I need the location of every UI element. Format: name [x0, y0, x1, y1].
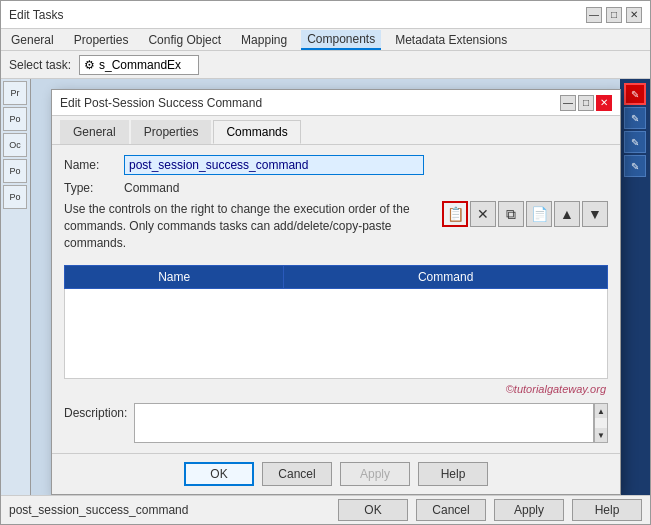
- description-textarea[interactable]: [134, 403, 594, 443]
- sidebar-icon-1[interactable]: Pr: [3, 81, 27, 105]
- table-empty-row: [65, 289, 608, 379]
- right-panel: ✎ ✎ ✎ ✎ Edit Post-Session Success Comman…: [31, 79, 650, 495]
- outer-window: Edit Tasks — □ ✕ General Properties Conf…: [0, 0, 651, 525]
- name-row: Name:: [64, 155, 608, 175]
- modal-overlay: Edit Post-Session Success Command — □ ✕ …: [31, 79, 650, 495]
- close-button[interactable]: ✕: [626, 7, 642, 23]
- tab-commands[interactable]: Commands: [213, 120, 300, 144]
- scroll-up-arrow[interactable]: ▲: [595, 404, 607, 418]
- type-row: Type: Command: [64, 181, 608, 195]
- dialog-minimize-button[interactable]: —: [560, 95, 576, 111]
- menu-general[interactable]: General: [5, 31, 60, 49]
- bottom-apply-button[interactable]: Apply: [494, 499, 564, 521]
- maximize-button[interactable]: □: [606, 7, 622, 23]
- type-label: Type:: [64, 181, 124, 195]
- dialog-actions: OK Cancel Apply Help: [52, 453, 620, 494]
- outer-titlebar: Edit Tasks — □ ✕: [1, 1, 650, 29]
- description-section: Description: ▲ ▼: [64, 403, 608, 443]
- minimize-button[interactable]: —: [586, 7, 602, 23]
- dialog-close-button[interactable]: ✕: [596, 95, 612, 111]
- dialog-maximize-button[interactable]: □: [578, 95, 594, 111]
- name-input[interactable]: [124, 155, 424, 175]
- sidebar-icon-4[interactable]: Po: [3, 159, 27, 183]
- name-label: Name:: [64, 158, 124, 172]
- bottom-status: post_session_success_command: [9, 503, 188, 517]
- bottom-buttons: OK Cancel Apply Help: [338, 499, 642, 521]
- desc-scrollbar: ▲ ▼: [594, 403, 608, 443]
- dialog-content: Name: Type: Command Use the controls on …: [52, 145, 620, 453]
- table-body: [65, 289, 608, 379]
- dialog-titlebar-controls: — □ ✕: [560, 95, 612, 111]
- bottom-cancel-button[interactable]: Cancel: [416, 499, 486, 521]
- left-sidebar: Pr Po Oc Po Po: [1, 79, 31, 495]
- dialog: Edit Post-Session Success Command — □ ✕ …: [51, 89, 621, 495]
- delete-command-btn[interactable]: ✕: [470, 201, 496, 227]
- task-value: s_CommandEx: [99, 58, 181, 72]
- cancel-button[interactable]: Cancel: [262, 462, 332, 486]
- menu-bar: General Properties Config Object Mapping…: [1, 29, 650, 51]
- sidebar-icon-3[interactable]: Oc: [3, 133, 27, 157]
- copy-command-btn[interactable]: ⧉: [498, 201, 524, 227]
- bottom-ok-button[interactable]: OK: [338, 499, 408, 521]
- watermark: ©tutorialgateway.org: [64, 379, 608, 399]
- bottom-help-button[interactable]: Help: [572, 499, 642, 521]
- desc-text: Use the controls on the right to change …: [64, 201, 434, 251]
- paste-command-btn[interactable]: 📄: [526, 201, 552, 227]
- outer-window-title: Edit Tasks: [9, 8, 63, 22]
- add-command-btn[interactable]: 📋: [442, 201, 468, 227]
- description-label: Description:: [64, 403, 134, 420]
- bottom-bar: post_session_success_command OK Cancel A…: [1, 495, 650, 524]
- select-task-combo[interactable]: ⚙ s_CommandEx: [79, 55, 199, 75]
- commands-table: Name Command: [64, 265, 608, 379]
- sidebar-icon-5[interactable]: Po: [3, 185, 27, 209]
- ok-button[interactable]: OK: [184, 462, 254, 486]
- outer-titlebar-controls: — □ ✕: [586, 7, 642, 23]
- tab-general[interactable]: General: [60, 120, 129, 144]
- col-name: Name: [65, 266, 284, 289]
- menu-components[interactable]: Components: [301, 30, 381, 50]
- col-command: Command: [284, 266, 608, 289]
- scroll-down-arrow[interactable]: ▼: [595, 428, 607, 442]
- main-area: Pr Po Oc Po Po ✎ ✎ ✎ ✎ Edit Post-Sess: [1, 79, 650, 495]
- dialog-titlebar: Edit Post-Session Success Command — □ ✕: [52, 90, 620, 116]
- dialog-tabs: General Properties Commands: [52, 116, 620, 145]
- sidebar-icon-2[interactable]: Po: [3, 107, 27, 131]
- toolbar-buttons: 📋 ✕ ⧉ 📄 ▲ ▼: [442, 201, 608, 227]
- dialog-title: Edit Post-Session Success Command: [60, 96, 262, 110]
- menu-config-object[interactable]: Config Object: [142, 31, 227, 49]
- select-task-bar: Select task: ⚙ s_CommandEx: [1, 51, 650, 79]
- help-button[interactable]: Help: [418, 462, 488, 486]
- type-value: Command: [124, 181, 179, 195]
- menu-properties[interactable]: Properties: [68, 31, 135, 49]
- menu-metadata-extensions[interactable]: Metadata Extensions: [389, 31, 513, 49]
- task-icon: ⚙: [84, 58, 95, 72]
- menu-mapping[interactable]: Mapping: [235, 31, 293, 49]
- move-up-btn[interactable]: ▲: [554, 201, 580, 227]
- tab-properties[interactable]: Properties: [131, 120, 212, 144]
- move-down-btn[interactable]: ▼: [582, 201, 608, 227]
- apply-button[interactable]: Apply: [340, 462, 410, 486]
- select-task-label: Select task:: [9, 58, 71, 72]
